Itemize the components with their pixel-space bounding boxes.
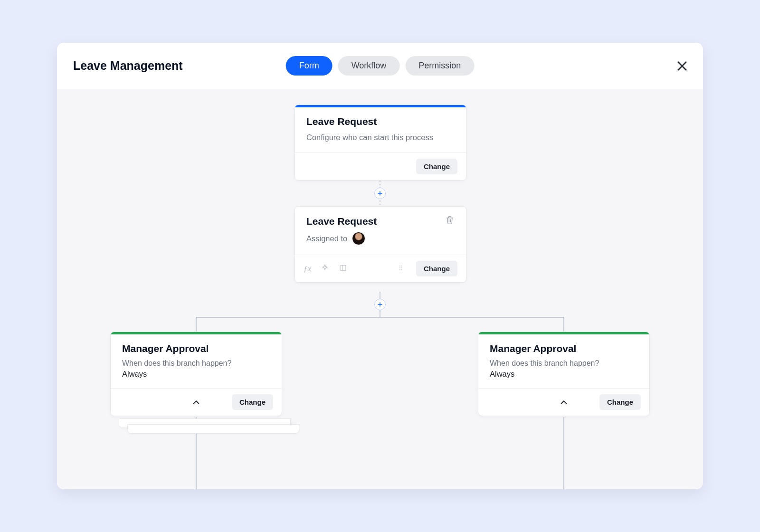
change-button[interactable]: Change [416,261,457,276]
start-card-title: Leave Request [306,116,377,127]
branch-question: When does this branch happen? [490,359,638,368]
task-card[interactable]: Leave Request Assigned to ƒx [294,206,466,283]
svg-point-19 [399,267,400,268]
branch-value: Always [122,370,270,379]
branch-value: Always [490,370,638,379]
tabs: Form Workflow Permission [286,56,475,76]
function-icon[interactable]: ƒx [304,264,311,274]
svg-rect-15 [340,265,346,270]
sparkle-icon[interactable] [321,264,329,274]
stack-shadow [127,424,299,434]
svg-point-17 [399,266,400,266]
change-button[interactable]: Change [599,394,641,410]
branch-question: When does this branch happen? [122,359,270,368]
tab-workflow[interactable]: Workflow [338,56,400,76]
workflow-canvas[interactable]: Leave Request Configure who can start th… [57,89,703,489]
svg-point-22 [401,269,402,270]
tab-permission[interactable]: Permission [405,56,474,76]
workflow-modal: Leave Management Form Workflow Permissio… [57,43,703,489]
branch-card-right[interactable]: Manager Approval When does this branch h… [478,332,650,416]
trash-icon[interactable] [445,215,455,227]
avatar[interactable] [352,232,365,245]
page-title: Leave Management [73,59,183,73]
modal-header: Leave Management Form Workflow Permissio… [57,43,703,89]
assigned-label: Assigned to [306,234,347,243]
change-button[interactable]: Change [416,159,457,174]
branch-title: Manager Approval [122,343,209,354]
change-button[interactable]: Change [232,394,273,410]
panel-icon[interactable] [339,264,347,274]
task-card-title: Leave Request [306,216,377,227]
svg-point-20 [401,267,402,268]
branch-card-left[interactable]: Manager Approval When does this branch h… [110,332,282,416]
chevron-up-icon[interactable] [557,396,570,409]
close-icon[interactable] [675,59,689,73]
add-step-button-2[interactable] [374,299,386,310]
svg-point-18 [401,266,402,266]
add-step-button-1[interactable] [374,188,386,199]
branch-title: Manager Approval [490,343,576,354]
drag-handle-icon[interactable] [397,264,405,274]
start-card-desc: Configure who can start this process [306,132,455,143]
start-card[interactable]: Leave Request Configure who can start th… [294,104,466,180]
tab-form[interactable]: Form [286,56,332,76]
svg-point-21 [399,269,400,270]
chevron-up-icon[interactable] [190,396,203,409]
